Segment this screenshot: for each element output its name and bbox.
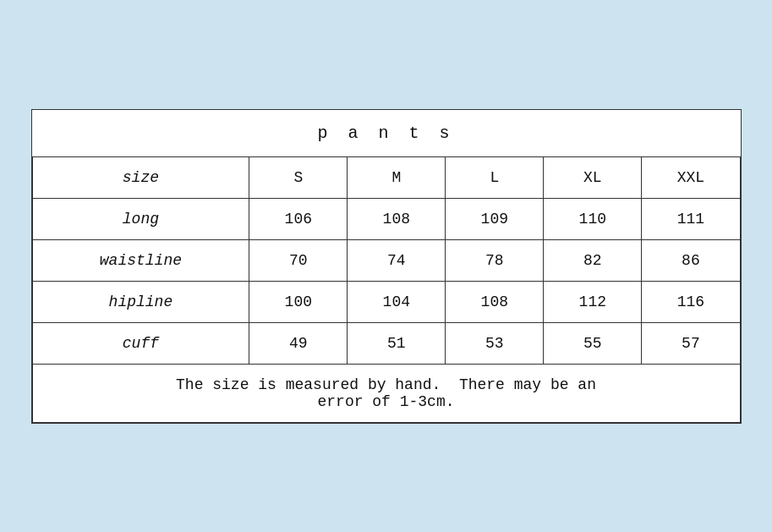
cell-hipline-xl: 112 [544,281,642,322]
cell-waistline-l: 78 [446,239,544,281]
cell-hipline-s: 100 [249,281,348,322]
col-header-size: size [32,156,249,198]
cell-long-s: 106 [249,198,348,239]
cell-long-xxl: 111 [642,198,740,239]
cell-long-xl: 110 [544,198,642,239]
size-chart-table: p a n t s size S M L XL XXL long 106 108… [32,110,741,423]
size-chart-wrapper: p a n t s size S M L XL XXL long 106 108… [31,109,742,424]
cell-waistline-xl: 82 [544,239,642,281]
table-row: waistline 70 74 78 82 86 [32,239,740,281]
row-label-cuff: cuff [32,322,249,364]
col-header-m: M [348,156,446,198]
row-label-waistline: waistline [32,239,249,281]
cell-waistline-m: 74 [348,239,446,281]
cell-long-l: 109 [446,198,544,239]
table-row: cuff 49 51 53 55 57 [32,322,740,364]
cell-waistline-s: 70 [249,239,348,281]
cell-waistline-xxl: 86 [642,239,740,281]
cell-hipline-xxl: 116 [642,281,740,322]
cell-hipline-m: 104 [348,281,446,322]
row-label-hipline: hipline [32,281,249,322]
cell-cuff-l: 53 [446,322,544,364]
table-row: hipline 100 104 108 112 116 [32,281,740,322]
cell-long-m: 108 [348,198,446,239]
table-footer-note: The size is measured by hand. There may … [32,364,740,422]
table-title-row: p a n t s [32,110,740,157]
cell-cuff-xxl: 57 [642,322,740,364]
table-footer-row: The size is measured by hand. There may … [32,364,740,422]
cell-hipline-l: 108 [446,281,544,322]
table-row: long 106 108 109 110 111 [32,198,740,239]
cell-cuff-s: 49 [249,322,348,364]
col-header-l: L [446,156,544,198]
col-header-xl: XL [544,156,642,198]
col-header-xxl: XXL [642,156,740,198]
table-title: p a n t s [32,110,740,157]
cell-cuff-xl: 55 [544,322,642,364]
cell-cuff-m: 51 [348,322,446,364]
row-label-long: long [32,198,249,239]
col-header-s: S [249,156,348,198]
table-header-row: size S M L XL XXL [32,156,740,198]
